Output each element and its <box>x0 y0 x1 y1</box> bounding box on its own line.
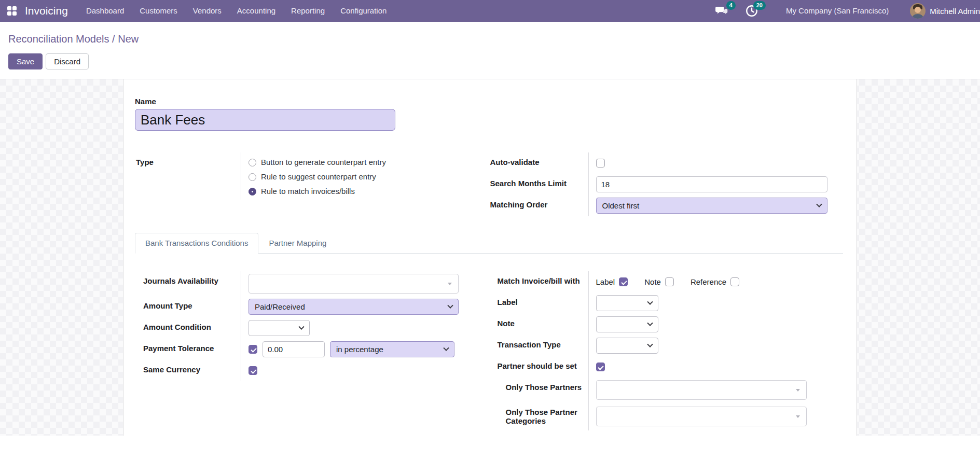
matching-order-row: Matching Order Oldest first <box>489 195 844 216</box>
match-reference-option: Reference <box>691 277 739 286</box>
name-input[interactable] <box>135 109 395 131</box>
journals-availability-label: Journals Availability <box>135 271 241 296</box>
dropdown-caret-icon <box>796 389 800 392</box>
tab-bank-transactions-conditions[interactable]: Bank Transactions Conditions <box>135 233 258 254</box>
nav-item-dashboard[interactable]: Dashboard <box>78 0 132 22</box>
type-field-row: Type Button to generate counterpart entr… <box>135 152 489 200</box>
radio-unchecked-icon[interactable] <box>249 173 256 181</box>
transaction-type-select[interactable] <box>596 338 658 354</box>
messages-badge: 4 <box>726 1 736 10</box>
note-select[interactable] <box>596 316 658 332</box>
app-brand[interactable]: Invoicing <box>24 5 78 17</box>
only-those-partners-input[interactable] <box>596 380 807 400</box>
match-note-option: Note <box>644 277 674 286</box>
auto-validate-checkbox[interactable] <box>596 159 605 168</box>
amount-type-select[interactable]: Paid/Received <box>249 299 459 315</box>
activities-badge: 20 <box>753 1 766 10</box>
note-field-label: Note <box>489 314 589 335</box>
match-invoice-bill-row: Match Invoice/bill with Label Note Refer… <box>489 271 844 292</box>
amount-type-row: Amount Type Paid/Received <box>135 296 489 317</box>
match-label-option: Label <box>596 277 628 286</box>
match-reference-checkbox[interactable] <box>730 277 739 286</box>
journals-availability-row: Journals Availability <box>135 271 489 296</box>
nav-item-configuration[interactable]: Configuration <box>333 0 394 22</box>
search-months-limit-input[interactable] <box>596 176 827 192</box>
content-area: Name Type Button to generate counterpart… <box>0 79 980 436</box>
match-invoice-bill-label: Match Invoice/bill with <box>489 271 589 292</box>
label-select[interactable] <box>596 295 658 311</box>
messages-button[interactable]: 4 <box>715 4 730 18</box>
auto-validate-row: Auto-validate <box>489 152 844 174</box>
type-option-label: Rule to suggest counterpart entry <box>261 171 376 183</box>
notebook-tabs: Bank Transactions Conditions Partner Map… <box>135 233 843 254</box>
amount-type-value: Paid/Received <box>255 302 305 311</box>
user-name: Mitchell Admin <box>930 7 980 16</box>
journals-availability-input[interactable] <box>249 274 459 294</box>
match-reference-text: Reference <box>691 277 726 286</box>
radio-unchecked-icon[interactable] <box>249 159 256 166</box>
top-navbar: Invoicing Dashboard Customers Vendors Ac… <box>0 0 980 22</box>
user-menu[interactable]: Mitchell Admin <box>910 3 980 19</box>
type-option-label: Button to generate counterpart entry <box>261 157 386 168</box>
partner-should-be-set-row: Partner should be set <box>489 356 844 378</box>
apps-grid-icon <box>7 6 17 16</box>
payment-tolerance-checkbox[interactable] <box>249 345 257 354</box>
label-field-label: Label <box>489 292 589 314</box>
name-label: Name <box>135 97 843 106</box>
only-those-partners-row: Only Those Partners <box>489 378 844 402</box>
nav-item-reporting[interactable]: Reporting <box>283 0 333 22</box>
apps-menu-button[interactable] <box>0 6 24 16</box>
discard-button[interactable]: Discard <box>46 53 89 69</box>
matching-order-label: Matching Order <box>489 195 589 216</box>
activities-button[interactable]: 20 <box>745 4 761 18</box>
tab-partner-mapping[interactable]: Partner Mapping <box>258 233 337 254</box>
amount-condition-row: Amount Condition <box>135 317 489 339</box>
type-option-label: Rule to match invoices/bills <box>261 186 355 197</box>
user-avatar <box>910 3 926 19</box>
chevron-down-icon <box>647 299 653 304</box>
radio-checked-icon[interactable] <box>249 188 256 196</box>
nav-item-customers[interactable]: Customers <box>132 0 185 22</box>
chevron-down-icon <box>647 341 653 347</box>
nav-item-accounting[interactable]: Accounting <box>229 0 283 22</box>
match-label-checkbox[interactable] <box>619 277 628 286</box>
amount-type-label: Amount Type <box>135 296 241 317</box>
only-those-partners-label: Only Those Partners <box>489 378 589 402</box>
transaction-type-label: Transaction Type <box>489 335 589 356</box>
chevron-down-icon <box>447 302 453 308</box>
search-months-limit-row: Search Months Limit <box>489 174 844 195</box>
payment-tolerance-mode-select[interactable]: in percentage <box>330 341 454 357</box>
nav-item-vendors[interactable]: Vendors <box>185 0 229 22</box>
match-label-text: Label <box>596 277 615 286</box>
type-radio-rule-suggest[interactable]: Rule to suggest counterpart entry <box>249 171 376 183</box>
partner-should-be-set-label: Partner should be set <box>489 356 589 378</box>
search-months-limit-label: Search Months Limit <box>489 174 589 195</box>
type-radio-rule-match[interactable]: Rule to match invoices/bills <box>249 186 355 197</box>
payment-tolerance-row: Payment Tolerance in percentage <box>135 339 489 360</box>
payment-tolerance-mode-value: in percentage <box>336 345 383 354</box>
only-those-partner-categories-input[interactable] <box>596 407 807 426</box>
chevron-down-icon <box>443 345 449 351</box>
only-those-partner-categories-label: Only Those Partner Categories <box>489 402 589 430</box>
same-currency-row: Same Currency <box>135 360 489 381</box>
only-those-partner-categories-row: Only Those Partner Categories <box>489 402 844 430</box>
breadcrumb[interactable]: Reconciliation Models / New <box>8 31 972 47</box>
amount-condition-select[interactable] <box>249 320 310 336</box>
dropdown-caret-icon <box>448 283 452 285</box>
amount-condition-label: Amount Condition <box>135 317 241 339</box>
save-button[interactable]: Save <box>8 53 43 69</box>
partner-should-be-set-checkbox[interactable] <box>596 363 605 371</box>
match-note-checkbox[interactable] <box>665 277 674 286</box>
transaction-type-row: Transaction Type <box>489 335 844 356</box>
auto-validate-label: Auto-validate <box>489 152 589 174</box>
type-radio-button-generate[interactable]: Button to generate counterpart entry <box>249 157 386 168</box>
note-row: Note <box>489 314 844 335</box>
dropdown-caret-icon <box>796 415 800 418</box>
matching-order-select[interactable]: Oldest first <box>596 198 827 214</box>
same-currency-checkbox[interactable] <box>249 366 257 375</box>
company-switcher[interactable]: My Company (San Francisco) <box>778 0 896 22</box>
chevron-down-icon <box>647 320 653 326</box>
chevron-down-icon <box>298 324 304 329</box>
matching-order-value: Oldest first <box>602 201 640 210</box>
payment-tolerance-amount-input[interactable] <box>263 341 325 357</box>
